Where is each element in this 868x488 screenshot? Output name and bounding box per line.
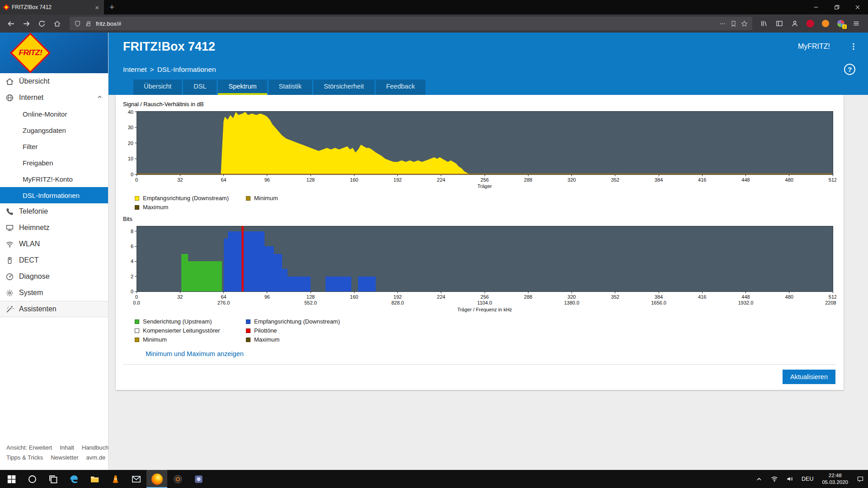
system-icon xyxy=(5,289,14,297)
tracking-shield-icon[interactable] xyxy=(74,20,81,27)
edge-taskbar-icon[interactable] xyxy=(63,470,84,488)
sidebar-item-dsl-informationen[interactable]: DSL-Informationen xyxy=(0,187,108,203)
legend-item-pilott-ne: Pilottöne xyxy=(246,327,836,334)
extension-icon-multicolor[interactable]: ! xyxy=(835,17,847,30)
url-text[interactable]: fritz.box/# xyxy=(96,20,715,27)
tab-spektrum[interactable]: Spektrum xyxy=(218,80,267,95)
legend-swatch xyxy=(135,328,139,333)
sidebar-item-myfritz-konto[interactable]: MyFRITZ!-Konto xyxy=(0,171,108,187)
sidebar-item-zugangsdaten[interactable]: Zugangsdaten xyxy=(0,122,108,138)
footer-link-handbuch[interactable]: Handbuch xyxy=(82,444,108,451)
legend-item-empfangsrichtung-downstream: Empfangsrichtung (Downstream) xyxy=(135,195,241,202)
tray-expand-icon[interactable] xyxy=(751,470,767,488)
wifi-icon xyxy=(5,240,14,249)
show-minmax-link[interactable]: Minimum und Maximum anzeigen xyxy=(146,350,244,357)
sidebar-item-wlan[interactable]: WLAN xyxy=(0,236,108,252)
fritz-logo[interactable]: FRITZ! xyxy=(0,33,108,73)
window-restore-button[interactable] xyxy=(826,0,847,14)
svg-text:1932.0: 1932.0 xyxy=(738,300,754,305)
start-taskbar-icon[interactable] xyxy=(1,470,22,488)
home-button[interactable] xyxy=(50,16,64,31)
account-icon[interactable] xyxy=(788,17,801,30)
footer-link-ansicht-erweitert[interactable]: Ansicht: Erweitert xyxy=(6,444,52,451)
tab-bersicht[interactable]: Übersicht xyxy=(133,80,182,95)
legend-swatch xyxy=(135,196,139,201)
new-tab-button[interactable]: + xyxy=(104,2,120,12)
back-button[interactable] xyxy=(4,16,18,31)
extension-icon-orange[interactable] xyxy=(819,17,832,30)
sidebar-toggle-icon[interactable] xyxy=(773,17,786,30)
svg-text:8: 8 xyxy=(131,229,133,234)
adblock-extension-icon[interactable] xyxy=(804,17,816,30)
sidebar-item-freigaben[interactable]: Freigaben xyxy=(0,155,108,171)
footer-link-avm-de[interactable]: avm.de xyxy=(86,454,106,461)
svg-text:1380.0: 1380.0 xyxy=(564,300,580,305)
firefox-taskbar-icon[interactable] xyxy=(146,470,167,488)
window-close-button[interactable] xyxy=(847,0,868,14)
star-icon[interactable] xyxy=(741,20,748,27)
tab-close-icon[interactable]: × xyxy=(94,4,100,11)
action-center-icon[interactable] xyxy=(853,470,868,488)
svg-text:64: 64 xyxy=(221,294,226,300)
sidebar-item-system[interactable]: System xyxy=(0,285,108,301)
footer-link-tipps-tricks[interactable]: Tipps & Tricks xyxy=(6,454,43,461)
bookmark-flag-icon[interactable] xyxy=(730,20,737,27)
reload-button[interactable] xyxy=(34,16,49,31)
svg-text:352: 352 xyxy=(611,177,619,183)
browser-tab[interactable]: FRITZ!Box 7412 × xyxy=(0,0,104,14)
sidebar-item-telefonie[interactable]: Telefonie xyxy=(0,203,108,220)
card-actions: Aktualisieren xyxy=(123,364,836,390)
breadcrumb-section[interactable]: Internet xyxy=(123,66,147,74)
kebab-menu-icon[interactable] xyxy=(848,41,859,52)
tab-feedback[interactable]: Feedback xyxy=(376,80,425,95)
system-tray: DEU 22:48 05.03.2020 xyxy=(751,470,868,488)
sidebar-item-assistenten[interactable]: Assistenten xyxy=(0,301,108,317)
sidebar-item-label: System xyxy=(19,289,43,297)
tab-dsl[interactable]: DSL xyxy=(183,80,217,95)
window-minimize-button[interactable] xyxy=(806,0,826,14)
page-actions-icon[interactable] xyxy=(719,20,726,27)
refresh-button[interactable]: Aktualisieren xyxy=(783,370,835,384)
svg-text:448: 448 xyxy=(741,294,750,300)
sidebar-item-filter[interactable]: Filter xyxy=(0,138,108,155)
sidebar-item-dect[interactable]: DECT xyxy=(0,252,108,268)
url-bar[interactable]: fritz.box/# xyxy=(70,17,752,30)
breadcrumb-separator: > xyxy=(150,66,154,74)
taskbar-clock[interactable]: 22:48 05.03.2020 xyxy=(817,472,853,486)
footer-link-newsletter[interactable]: Newsletter xyxy=(51,454,78,461)
svg-text:448: 448 xyxy=(741,177,750,183)
sidebar-item-label: Telefonie xyxy=(19,207,48,216)
language-indicator[interactable]: DEU xyxy=(797,476,817,482)
footer-link-inhalt[interactable]: Inhalt xyxy=(60,444,74,451)
explorer-taskbar-icon[interactable] xyxy=(84,470,105,488)
sidebar-item-online-monitor[interactable]: Online-Monitor xyxy=(0,106,108,122)
media-app-taskbar-icon[interactable] xyxy=(167,470,188,488)
sidebar-item-internet[interactable]: Internet xyxy=(0,89,108,106)
sidebar-item-bersicht[interactable]: Übersicht xyxy=(0,73,108,89)
home-icon xyxy=(5,77,14,86)
content-tabs: ÜbersichtDSLSpektrumStatistikStörsicherh… xyxy=(108,78,868,95)
myfritz-link[interactable]: MyFRITZ! xyxy=(798,42,830,51)
search-taskbar-icon[interactable] xyxy=(22,470,42,488)
mail-taskbar-icon[interactable] xyxy=(126,470,146,488)
photos-app-taskbar-icon[interactable] xyxy=(188,470,209,488)
snr-chart: 0326496128160192224256288320352384416448… xyxy=(123,109,836,192)
sidebar-item-diagnose[interactable]: Diagnose xyxy=(0,268,108,285)
svg-text:256: 256 xyxy=(481,177,489,183)
tab-st-rsicherheit[interactable]: Störsicherheit xyxy=(313,80,374,95)
svg-text:128: 128 xyxy=(307,177,315,183)
menu-icon[interactable] xyxy=(850,17,863,30)
tab-statistik[interactable]: Statistik xyxy=(269,80,312,95)
help-button[interactable]: ? xyxy=(844,64,855,75)
vlc-taskbar-icon[interactable] xyxy=(105,470,126,488)
svg-text:256: 256 xyxy=(481,294,489,300)
sidebar-item-heimnetz[interactable]: Heimnetz xyxy=(0,220,108,236)
insecure-lock-icon[interactable] xyxy=(85,20,92,27)
library-icon[interactable] xyxy=(758,17,770,30)
network-icon[interactable] xyxy=(767,470,782,488)
forward-button[interactable] xyxy=(19,16,33,31)
volume-icon[interactable] xyxy=(782,470,797,488)
taskview-taskbar-icon[interactable] xyxy=(42,470,63,488)
svg-text:160: 160 xyxy=(350,177,358,183)
legend-item-minimum: Minimum xyxy=(135,336,241,343)
